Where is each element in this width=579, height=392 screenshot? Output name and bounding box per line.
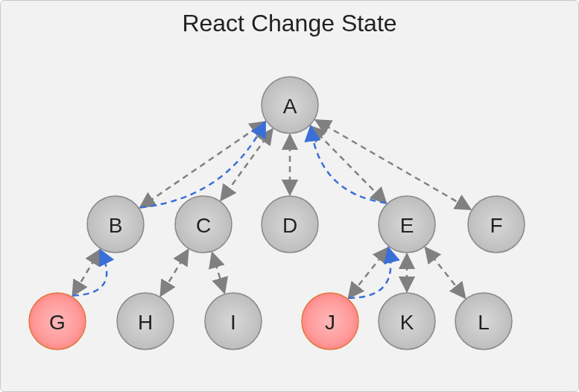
node-B: B	[87, 196, 144, 253]
node-label: C	[196, 214, 211, 237]
node-label: D	[282, 214, 297, 237]
node-J: J	[302, 293, 358, 350]
tree-edge	[73, 250, 101, 295]
node-G: G	[29, 293, 86, 350]
node-C: C	[175, 196, 232, 253]
tree-edge	[221, 129, 272, 200]
diagram-frame: React Change State ABCDEFGHIJKL	[0, 0, 579, 392]
tree-edge	[425, 247, 465, 297]
node-H: H	[117, 293, 174, 350]
diagram-canvas: ABCDEFGHIJKL	[1, 1, 579, 392]
node-label: F	[490, 214, 502, 237]
tree-edge	[316, 120, 471, 209]
tree-edge	[161, 250, 189, 295]
tree-edge	[349, 247, 388, 297]
node-I: I	[205, 293, 262, 350]
node-label: K	[400, 311, 414, 334]
node-label: B	[109, 214, 123, 237]
tree-edge	[212, 253, 224, 293]
node-E: E	[379, 196, 435, 253]
node-D: D	[262, 196, 318, 253]
node-label: L	[478, 311, 490, 334]
node-label: J	[325, 311, 335, 334]
node-label: A	[283, 95, 297, 118]
node-label: H	[138, 311, 153, 334]
node-K: K	[379, 293, 435, 350]
node-F: F	[468, 196, 525, 253]
nodes-layer: ABCDEFGHIJKL	[29, 77, 525, 350]
node-label: G	[49, 311, 66, 334]
node-A: A	[262, 77, 318, 133]
node-L: L	[455, 293, 512, 350]
node-label: E	[400, 214, 414, 237]
node-label: I	[230, 311, 236, 334]
